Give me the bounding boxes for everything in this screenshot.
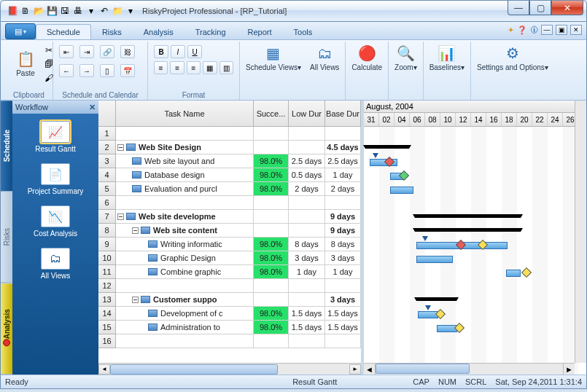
table-row[interactable]: 12 (98, 279, 361, 293)
success-cell[interactable] (254, 127, 289, 141)
base-dur-cell[interactable]: 1 day (325, 265, 361, 279)
low-dur-cell[interactable] (289, 293, 325, 307)
tab-analysis[interactable]: Analysis (133, 24, 184, 39)
table-row[interactable]: 9Writing informatic98.0%8 days8 days (98, 238, 361, 251)
success-cell[interactable]: 98.0% (254, 321, 289, 334)
italic-btn[interactable]: I (171, 45, 185, 58)
table-row[interactable]: 7Web site developme9 days (98, 210, 361, 224)
tab-report[interactable]: Report (237, 24, 283, 39)
unlink-btn[interactable]: ⛓ (120, 45, 135, 58)
open-icon[interactable]: 📂 (33, 5, 44, 17)
scroll-left-icon[interactable]: ◄ (98, 364, 110, 375)
tip-icon[interactable]: ❓ (517, 26, 527, 35)
th-rownum[interactable] (98, 101, 116, 127)
calculate-button[interactable]: 🔴 Calculate (347, 43, 386, 73)
row-number[interactable]: 12 (98, 279, 116, 293)
success-cell[interactable]: 98.0% (254, 251, 289, 265)
task-name-cell[interactable]: Web site developme (116, 210, 254, 224)
outdent-btn[interactable]: ⇤ (59, 45, 74, 58)
fill-btn[interactable]: ▦ (203, 61, 217, 74)
row-number[interactable]: 16 (98, 334, 116, 348)
task-name-cell[interactable] (116, 127, 254, 141)
base-dur-cell[interactable]: 2.5 days (325, 154, 361, 168)
saveall-icon[interactable]: 🖫 (59, 5, 71, 17)
row-number[interactable]: 13 (98, 293, 116, 307)
all-views-button[interactable]: 🗂 All Views (306, 43, 343, 73)
scroll-right-icon[interactable]: ► (563, 364, 575, 375)
gantt-task-bar[interactable] (416, 256, 453, 263)
workflow-item-result-gantt[interactable]: 📈 Result Gantt (12, 114, 98, 156)
tree-toggle-icon[interactable] (132, 227, 139, 234)
left-btn[interactable]: ← (59, 64, 74, 77)
open2-icon[interactable]: 📁 (112, 5, 123, 17)
task-name-cell[interactable]: Web site content (116, 224, 254, 238)
vtab-schedule[interactable]: Schedule (1, 101, 12, 192)
base-dur-cell[interactable]: 1 day (325, 168, 361, 182)
schedule-views-button[interactable]: ▦ Schedule Views▾ (241, 43, 306, 73)
save-icon[interactable]: 💾 (46, 5, 58, 17)
task-name-cell[interactable]: Administration to (116, 321, 254, 334)
vtab-analysis[interactable]: Analysis (1, 283, 12, 375)
task-name-cell[interactable]: Customer suppo (116, 293, 254, 307)
base-dur-cell[interactable]: 1.5 days (325, 321, 361, 334)
underline-btn[interactable]: U (187, 45, 202, 58)
success-cell[interactable]: 98.0% (254, 307, 289, 321)
gantt-h-scrollbar[interactable]: ◄ ► (364, 363, 575, 375)
base-dur-cell[interactable]: 8 days (325, 238, 361, 251)
qat-dropdown2-icon[interactable]: ▾ (125, 5, 136, 17)
low-dur-cell[interactable]: 1 day (289, 265, 325, 279)
success-cell[interactable] (254, 196, 289, 210)
bold-btn[interactable]: B (154, 45, 168, 58)
task-name-cell[interactable] (116, 279, 254, 293)
scroll-right-icon[interactable]: ► (349, 364, 361, 375)
row-number[interactable]: 4 (98, 168, 116, 182)
file-menu-button[interactable]: ▤▾ (5, 23, 36, 39)
qat-dropdown-icon[interactable]: ▾ (85, 5, 97, 17)
mdi-restore-button[interactable]: ▣ (556, 25, 567, 35)
zoom-button[interactable]: 🔍 Zoom▾ (390, 43, 421, 73)
low-dur-cell[interactable]: 2 days (289, 182, 325, 196)
new-icon[interactable]: 🗎 (20, 5, 31, 17)
tree-toggle-icon[interactable] (117, 213, 124, 220)
success-cell[interactable] (254, 334, 289, 348)
workflow-close-icon[interactable]: ✕ (89, 103, 96, 112)
success-cell[interactable] (254, 210, 289, 224)
align-left-btn[interactable]: ≡ (154, 61, 168, 74)
table-h-scrollbar[interactable]: ◄ ► (98, 363, 361, 375)
success-cell[interactable] (254, 224, 289, 238)
settings-button[interactable]: ⚙ Settings and Options▾ (473, 43, 553, 73)
success-cell[interactable]: 98.0% (254, 182, 289, 196)
table-row[interactable]: 6 (98, 196, 361, 210)
row-number[interactable]: 1 (98, 127, 116, 141)
gantt-v-scrollbar[interactable] (575, 101, 586, 363)
base-dur-cell[interactable] (325, 196, 361, 210)
table-row[interactable]: 4Database design98.0%0.5 days1 day (98, 168, 361, 182)
tree-toggle-icon[interactable] (132, 297, 139, 303)
th-basedur[interactable]: Base Dur (325, 101, 361, 127)
success-cell[interactable] (254, 279, 289, 293)
table-row[interactable]: 14Development of c98.0%1.5 days1.5 days (98, 307, 361, 321)
scroll-thumb[interactable] (110, 364, 278, 375)
base-dur-cell[interactable]: 9 days (325, 224, 361, 238)
table-row[interactable]: 2Web Site Design4.5 days (98, 141, 361, 154)
row-number[interactable]: 2 (98, 141, 116, 154)
low-dur-cell[interactable]: 0.5 days (289, 168, 325, 182)
low-dur-cell[interactable] (289, 127, 325, 141)
maximize-button[interactable]: ▢ (529, 1, 551, 15)
scroll-left-icon[interactable]: ◄ (364, 364, 376, 375)
row-number[interactable]: 7 (98, 210, 116, 224)
table-row[interactable]: 5Evaluation and purcl98.0%2 days2 days (98, 182, 361, 196)
gantt-body[interactable] (364, 127, 586, 375)
mdi-min-button[interactable]: — (541, 25, 553, 35)
gantt-task-bar[interactable] (390, 187, 413, 194)
workflow-item-cost-analysis[interactable]: 📉 Cost Analysis (12, 198, 98, 240)
table-row[interactable]: 3Web site layout and98.0%2.5 days2.5 day… (98, 154, 361, 168)
color-btn[interactable]: ▥ (219, 61, 233, 74)
base-dur-cell[interactable] (325, 127, 361, 141)
task-name-cell[interactable]: Evaluation and purcl (116, 182, 254, 196)
table-row[interactable]: 11Combine graphic98.0%1 day1 day (98, 265, 361, 279)
scroll-thumb[interactable] (376, 364, 470, 374)
indent-btn[interactable]: ⇥ (79, 45, 94, 58)
cal-btn[interactable]: 📅 (120, 64, 135, 77)
low-dur-cell[interactable] (289, 224, 325, 238)
